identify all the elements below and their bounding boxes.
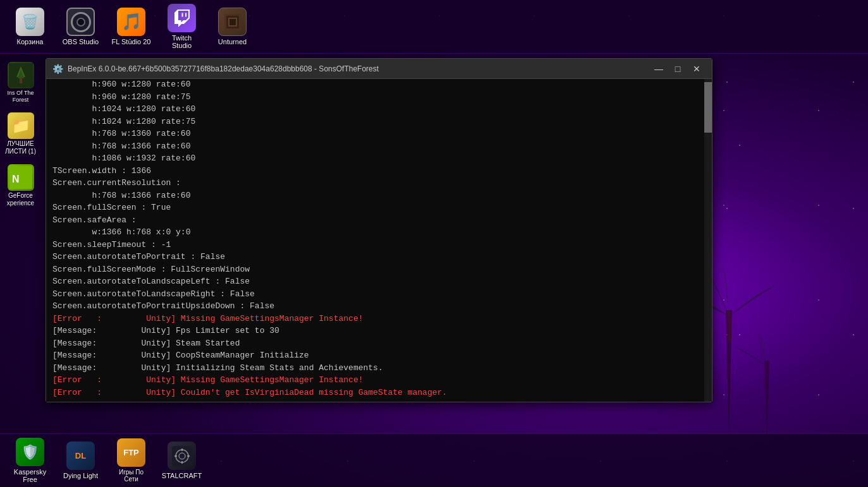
kaspersky-icon: 🛡️ xyxy=(16,438,44,466)
console-body: h:800 w:1280 rate:60 h:800 w:1280 rate:7… xyxy=(46,79,712,402)
unturned-label: Unturned xyxy=(218,38,247,45)
sidebar: Ins Of The Forest 📁 ЛУЧШИЕ ЛИСТИ (1) N G… xyxy=(0,57,41,212)
console-window: ⚙️ BepInEx 6.0.0-be.667+6b500b35727716f8… xyxy=(46,58,712,402)
desktop: 🗑️ Корзина OBS Studio 🎵 FL Stüdio 20 xyxy=(0,0,868,487)
console-titlebar: ⚙️ BepInEx 6.0.0-be.667+6b500b35727716f8… xyxy=(46,59,712,79)
kaspersky-label: Kaspersky Free xyxy=(9,468,51,483)
maximize-button[interactable]: □ xyxy=(669,62,687,76)
console-controls: — □ ✕ xyxy=(650,62,706,76)
nvidia-icon: N xyxy=(8,164,34,191)
folder-icon: 📁 xyxy=(8,112,34,139)
taskbar-top: 🗑️ Корзина OBS Studio 🎵 FL Stüdio 20 xyxy=(0,0,868,54)
stalcraft-icon xyxy=(168,442,196,470)
taskbar-icon-unturned[interactable]: Unturned xyxy=(209,4,256,49)
dying-light-label: Dying Light xyxy=(63,472,98,479)
unturned-icon xyxy=(218,8,247,36)
svg-rect-3 xyxy=(229,19,236,25)
sidebar-icon-nvidia[interactable]: N GeForcexperience xyxy=(2,162,40,209)
close-button[interactable]: ✕ xyxy=(688,62,706,76)
sidebar-icon-sons-of-forest[interactable]: Ins Of The Forest xyxy=(2,60,40,105)
twitch-label: Twitch Studio xyxy=(161,34,202,49)
stalcraft-label: STALCRAFT xyxy=(162,472,202,479)
minimize-button[interactable]: — xyxy=(650,62,668,76)
sons-of-forest-label: Ins Of The Forest xyxy=(4,90,38,104)
fl-studio-icon: 🎵 xyxy=(117,8,145,36)
taskbar-icon-twitch[interactable]: Twitch Studio xyxy=(158,1,205,52)
console-title-text: BepInEx 6.0.0-be.667+6b500b35727716f8ba1… xyxy=(68,64,650,73)
recycle-bin-icon: 🗑️ xyxy=(16,8,44,36)
sons-of-forest-icon xyxy=(8,62,34,88)
bottom-icon-kaspersky[interactable]: 🛡️ Kaspersky Free xyxy=(6,435,54,486)
scrollbar-thumb[interactable] xyxy=(704,82,712,133)
scrollbar[interactable] xyxy=(704,79,712,402)
dying-light-icon: DL xyxy=(66,442,95,470)
ftp-label: Игры ПоСети xyxy=(119,469,144,483)
console-title-icon: ⚙️ xyxy=(52,64,63,74)
obs-icon xyxy=(66,8,95,36)
taskbar-icon-obs[interactable]: OBS Studio xyxy=(57,4,104,49)
recycle-bin-label: Корзина xyxy=(17,38,44,45)
bottom-icon-dying-light[interactable]: DL Dying Light xyxy=(57,438,104,483)
fl-studio-label: FL Stüdio 20 xyxy=(112,38,151,45)
bottom-icon-stalcraft[interactable]: STALCRAFT xyxy=(158,438,205,483)
folder-label: ЛУЧШИЕ ЛИСТИ (1) xyxy=(4,140,38,155)
ftp-icon: FTP xyxy=(117,438,145,467)
bottom-icon-ftp[interactable]: FTP Игры ПоСети xyxy=(107,435,155,486)
nvidia-label: GeForcexperience xyxy=(7,192,34,207)
sidebar-icon-folder[interactable]: 📁 ЛУЧШИЕ ЛИСТИ (1) xyxy=(2,111,40,157)
svg-rect-7 xyxy=(20,78,22,83)
taskbar-icon-recycle-bin[interactable]: 🗑️ Корзина xyxy=(6,4,54,49)
console-output[interactable]: h:800 w:1280 rate:60 h:800 w:1280 rate:7… xyxy=(46,79,704,402)
taskbar-icon-fl-studio[interactable]: 🎵 FL Stüdio 20 xyxy=(107,4,155,49)
taskbar-bottom: 🛡️ Kaspersky Free DL Dying Light FTP Игр… xyxy=(0,433,868,487)
twitch-icon xyxy=(168,4,196,32)
svg-text:N: N xyxy=(12,174,20,184)
obs-label: OBS Studio xyxy=(63,38,99,45)
